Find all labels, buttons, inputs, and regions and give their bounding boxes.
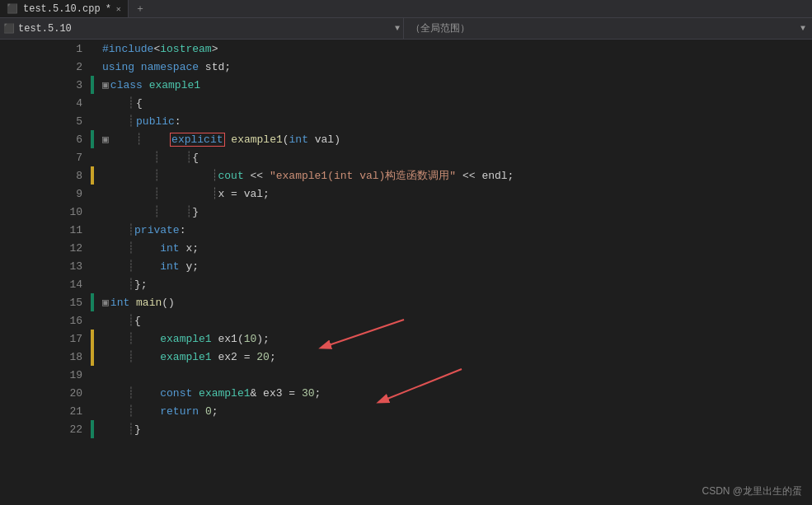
- line-indicator: [91, 40, 99, 58]
- code-content: ┊}: [99, 423, 812, 436]
- table-row: 16 ┊{: [58, 311, 812, 330]
- table-row: 19: [58, 366, 812, 384]
- table-row: 9 ┊ ┊x = val;: [58, 185, 812, 203]
- line-number: 16: [58, 315, 91, 327]
- active-tab[interactable]: ⬛ test.5.10.cpp * ✕: [0, 0, 129, 17]
- line-indicator: [91, 348, 99, 366]
- line-indicator: [91, 148, 99, 166]
- line-number: 22: [58, 423, 91, 436]
- line-indicator: [91, 76, 99, 94]
- line-number: 11: [58, 224, 91, 236]
- line-numbers: [0, 40, 33, 487]
- code-content: ┊};: [99, 278, 812, 291]
- table-row: 5 ┊public:: [58, 112, 812, 130]
- code-content: ▣ ┊ explicit example1(int val): [99, 133, 812, 146]
- code-content: ┊ int x;: [99, 241, 812, 255]
- line-number: 4: [58, 97, 91, 110]
- code-content: ┊{: [99, 314, 812, 327]
- code-content: ┊ return 0;: [99, 404, 812, 418]
- line-number: 12: [58, 242, 91, 255]
- code-editor[interactable]: 1#include<iostream>2using namespace std;…: [58, 40, 812, 487]
- line-indicator: [91, 112, 99, 130]
- table-row: 7 ┊ ┊{: [58, 148, 812, 166]
- line-number: 5: [58, 115, 91, 128]
- line-number: 15: [58, 297, 91, 309]
- line-number: 13: [58, 260, 91, 273]
- new-tab-button[interactable]: ＋: [129, 0, 152, 17]
- code-content: ┊{: [99, 96, 812, 110]
- modified-indicator: *: [106, 3, 111, 15]
- close-tab-button[interactable]: ✕: [116, 4, 121, 14]
- line-indicator: [91, 94, 99, 112]
- line-indicator: [91, 293, 99, 311]
- line-indicator: [91, 384, 99, 402]
- line-indicator: [91, 420, 99, 438]
- table-row: 4 ┊{: [58, 94, 812, 112]
- class-icon: ⬛: [3, 23, 15, 34]
- table-row: 2using namespace std;: [58, 58, 812, 76]
- code-content: ┊ ┊x = val;: [99, 187, 812, 200]
- line-indicator: [91, 221, 99, 239]
- line-number: 8: [58, 170, 91, 182]
- code-content: ┊ int y;: [99, 260, 812, 273]
- code-content: ┊private:: [99, 223, 812, 236]
- line-number: 18: [58, 351, 91, 363]
- nav-path: test.5.10: [18, 23, 392, 35]
- table-row: 17 ┊ example1 ex1(10);: [58, 330, 812, 348]
- table-row: 18 ┊ example1 ex2 = 20;: [58, 348, 812, 366]
- line-indicator: [91, 166, 99, 185]
- code-content: ┊ example1 ex2 = 20;: [99, 350, 812, 363]
- line-indicator: [91, 311, 99, 330]
- nav-right[interactable]: （全局范围） ▼: [404, 18, 812, 39]
- table-row: 12 ┊ int x;: [58, 239, 812, 257]
- line-indicator: [91, 275, 99, 293]
- code-content: ┊public:: [99, 115, 812, 128]
- line-indicator: [91, 239, 99, 257]
- line-indicator: [91, 366, 99, 384]
- tab-label: test.5.10.cpp: [23, 3, 101, 15]
- table-row: 22 ┊}: [58, 420, 812, 438]
- scope-dropdown-icon[interactable]: ▼: [800, 24, 805, 33]
- code-content: ▣class example1: [99, 78, 812, 91]
- watermark: CSDN @龙里出生的蛋: [702, 484, 802, 498]
- line-number: 3: [58, 79, 91, 91]
- table-row: 3▣class example1: [58, 76, 812, 94]
- table-row: 20 ┊ const example1& ex3 = 30;: [58, 384, 812, 402]
- line-number: 21: [58, 405, 91, 418]
- line-indicator: [91, 257, 99, 275]
- line-indicator: [91, 330, 99, 348]
- line-number: 9: [58, 188, 91, 200]
- table-row: 21 ┊ return 0;: [58, 402, 812, 420]
- table-row: 13 ┊ int y;: [58, 257, 812, 275]
- code-content: ┊ ┊cout << "example1(int val)构造函数调用" << …: [99, 168, 812, 183]
- code-content: #include<iostream>: [99, 43, 812, 55]
- table-row: 15▣int main(): [58, 293, 812, 311]
- line-number: 10: [58, 206, 91, 218]
- editor: 1#include<iostream>2using namespace std;…: [0, 40, 812, 487]
- code-content: ┊ ┊}: [99, 205, 812, 218]
- line-indicator: [91, 185, 99, 203]
- code-content: ┊ example1 ex1(10);: [99, 332, 812, 345]
- line-number: 1: [58, 43, 91, 55]
- line-number: 6: [58, 133, 91, 146]
- line-indicator: [91, 203, 99, 221]
- nav-scope: （全局范围）: [411, 21, 470, 35]
- table-row: 10 ┊ ┊}: [58, 203, 812, 221]
- table-row: 14 ┊};: [58, 275, 812, 293]
- table-row: 8 ┊ ┊cout << "example1(int val)构造函数调用" <…: [58, 166, 812, 185]
- code-content: using namespace std;: [99, 61, 812, 73]
- table-row: 11 ┊private:: [58, 221, 812, 239]
- gutter: [0, 40, 58, 487]
- line-number: 17: [58, 333, 91, 345]
- nav-left[interactable]: ⬛ test.5.10 ▼: [0, 18, 404, 39]
- plus-icon: ＋: [135, 2, 145, 16]
- line-number: 7: [58, 152, 91, 164]
- line-indicator: [91, 58, 99, 76]
- code-content: ┊ ┊{: [99, 151, 812, 164]
- title-bar: ⬛ test.5.10.cpp * ✕ ＋: [0, 0, 812, 18]
- nav-bar: ⬛ test.5.10 ▼ （全局范围） ▼: [0, 18, 812, 40]
- table-row: 6▣ ┊ explicit example1(int val): [58, 130, 812, 148]
- line-number: 20: [58, 387, 91, 400]
- code-content: ┊ const example1& ex3 = 30;: [99, 386, 812, 400]
- nav-dropdown-icon[interactable]: ▼: [395, 24, 400, 33]
